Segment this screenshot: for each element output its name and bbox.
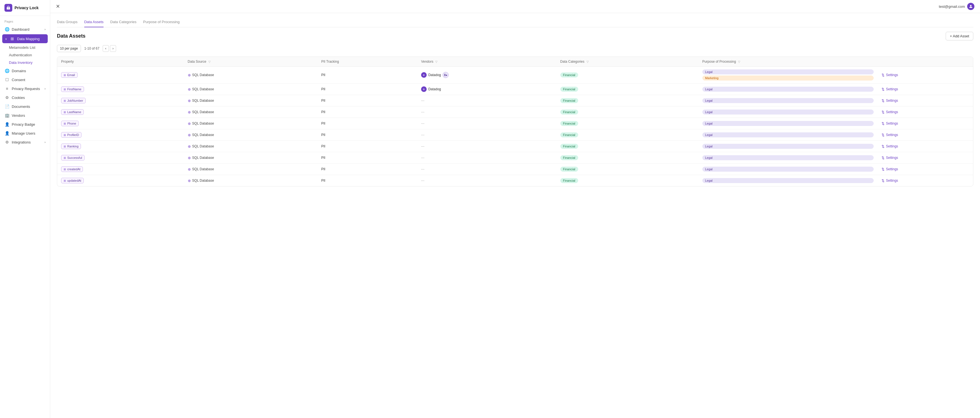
settings-button[interactable]: ⇅Settings <box>881 73 898 77</box>
table-row: ⊞Ranking⊕SQL DatabasePII---FinancialLega… <box>57 141 973 152</box>
user-info: test@gmail.com <box>939 3 974 10</box>
col-actions <box>878 57 973 66</box>
tab-purpose-of-processing[interactable]: Purpose of Processing <box>143 17 180 27</box>
sidebar-sub-item-data-inventory[interactable]: Data Inventory <box>9 59 50 66</box>
settings-button[interactable]: ⇅Settings <box>881 156 898 160</box>
table-row: ⊞createdAt⊕SQL DatabasePII---FinancialLe… <box>57 163 973 175</box>
cell-data-categories: Financial <box>557 66 698 84</box>
settings-button[interactable]: ⇅Settings <box>881 144 898 149</box>
empty-value: --- <box>421 122 425 125</box>
sidebar-item-integrations[interactable]: ⚙ Integrations › <box>0 138 50 147</box>
tab-data-assets[interactable]: Data Assets <box>84 17 103 27</box>
property-badge: ⊞JobNumber <box>61 98 86 103</box>
sidebar: Privacy Lock Pages 🌐 Dashboard › ∨ ⊞ Dat… <box>0 0 50 418</box>
table-row: ⊞ProfileID⊕SQL DatabasePII---FinancialLe… <box>57 129 973 141</box>
cell-pii: PII <box>317 106 417 118</box>
vendor-name: Datadog <box>428 73 441 77</box>
cell-property: ⊞Successful <box>57 152 184 163</box>
cell-data-source: ⊕SQL Database <box>184 106 318 118</box>
settings-label: Settings <box>886 144 898 148</box>
settings-button[interactable]: ⇅Settings <box>881 99 898 103</box>
datasource-icon: ⊕ <box>188 167 191 171</box>
purpose-tags: Legal <box>702 121 874 126</box>
prev-page-button[interactable]: ‹ <box>103 45 109 52</box>
category-tag: Financial <box>560 144 578 149</box>
cell-data-source: ⊕SQL Database <box>184 118 318 129</box>
cell-settings: ⇅Settings <box>878 129 973 141</box>
empty-value: --- <box>421 133 425 137</box>
filter-icon[interactable]: ▽ <box>738 60 740 63</box>
add-asset-button[interactable]: + Add Asset <box>946 32 973 40</box>
sidebar-item-consent[interactable]: ☐ Consent <box>0 75 50 84</box>
sidebar-item-data-mapping[interactable]: ∨ ⊞ Data Mapping <box>2 34 48 43</box>
privacy-badge-icon: 👤 <box>5 122 10 127</box>
table-row: ⊞FirstName⊕SQL DatabasePIIDDatadogFinanc… <box>57 84 973 95</box>
close-button[interactable]: ✕ <box>56 3 60 10</box>
settings-button[interactable]: ⇅Settings <box>881 122 898 126</box>
sidebar-sub-item-metamodels[interactable]: Metamodels List <box>9 44 50 51</box>
main-content: ✕ test@gmail.com Data Groups Data Assets… <box>50 0 980 418</box>
category-tag: Financial <box>560 178 578 183</box>
sidebar-item-dashboard[interactable]: 🌐 Dashboard › <box>0 25 50 34</box>
datasource-cell: ⊕SQL Database <box>188 99 313 103</box>
sidebar-item-label: Privacy Requests <box>12 87 40 91</box>
chevron-down-icon: ∨ <box>5 37 7 40</box>
sidebar-item-privacy-badge[interactable]: 👤 Privacy Badge <box>0 120 50 129</box>
cell-settings: ⇅Settings <box>878 66 973 84</box>
sidebar-sub-item-authentication[interactable]: Authentication <box>9 51 50 59</box>
datasource-cell: ⊕SQL Database <box>188 133 313 137</box>
settings-button[interactable]: ⇅Settings <box>881 167 898 171</box>
cell-purpose: LegalMarketing <box>698 66 878 84</box>
sidebar-item-documents[interactable]: 📄 Documents <box>0 102 50 111</box>
settings-icon: ⇅ <box>881 179 885 183</box>
cell-purpose: Legal <box>698 175 878 187</box>
cell-settings: ⇅Settings <box>878 141 973 152</box>
settings-icon: ⇅ <box>881 87 885 92</box>
settings-button[interactable]: ⇅Settings <box>881 179 898 183</box>
category-tag: Financial <box>560 155 578 160</box>
settings-icon: ⇅ <box>881 73 885 77</box>
datasource-icon: ⊕ <box>188 122 191 126</box>
purpose-tag: Legal <box>702 109 874 114</box>
filter-icon[interactable]: ▽ <box>435 60 438 63</box>
settings-button[interactable]: ⇅Settings <box>881 110 898 114</box>
tab-data-categories[interactable]: Data Categories <box>110 17 137 27</box>
sidebar-item-manage-users[interactable]: 👤 Manage Users <box>0 129 50 138</box>
vendor-logo: D <box>421 86 426 92</box>
avatar <box>967 3 974 10</box>
settings-button[interactable]: ⇅Settings <box>881 87 898 92</box>
property-icon: ⊞ <box>64 99 66 102</box>
tab-data-groups[interactable]: Data Groups <box>57 17 78 27</box>
filter-icon[interactable]: ▽ <box>208 60 211 63</box>
next-page-button[interactable]: › <box>110 45 116 52</box>
purpose-tags: Legal <box>702 109 874 114</box>
purpose-tags: Legal <box>702 132 874 138</box>
category-tag: Financial <box>560 109 578 114</box>
sidebar-item-label: Manage Users <box>12 131 35 135</box>
settings-button[interactable]: ⇅Settings <box>881 133 898 137</box>
filter-icon[interactable]: ▽ <box>587 60 589 63</box>
vendor-logo: D <box>421 72 426 78</box>
sidebar-item-domains[interactable]: 🌐 Domains <box>0 66 50 75</box>
sidebar-item-label: Privacy Badge <box>12 122 35 127</box>
cell-vendors: DDatadog <box>417 84 557 95</box>
cell-vendors: --- <box>417 129 557 141</box>
sidebar-item-vendors[interactable]: 🏢 Vendors <box>0 111 50 120</box>
sidebar-item-privacy-requests[interactable]: ≡ Privacy Requests › <box>0 84 50 93</box>
per-page-button[interactable]: 10 per page <box>57 45 81 52</box>
datasource-icon: ⊕ <box>188 110 191 114</box>
cell-settings: ⇅Settings <box>878 106 973 118</box>
purpose-tags: Legal <box>702 98 874 103</box>
data-mapping-submenu: Metamodels List Authentication Data Inve… <box>0 44 50 66</box>
category-tag: Financial <box>560 87 578 92</box>
cell-vendors: --- <box>417 141 557 152</box>
cell-vendors: --- <box>417 163 557 175</box>
cell-purpose: Legal <box>698 141 878 152</box>
settings-label: Settings <box>886 73 898 77</box>
datasource-icon: ⊕ <box>188 144 191 149</box>
property-icon: ⊞ <box>64 74 66 77</box>
settings-icon: ⇅ <box>881 99 885 103</box>
sidebar-item-cookies[interactable]: ⚙ Cookies <box>0 93 50 102</box>
cell-settings: ⇅Settings <box>878 84 973 95</box>
cell-data-categories: Financial <box>557 152 698 163</box>
